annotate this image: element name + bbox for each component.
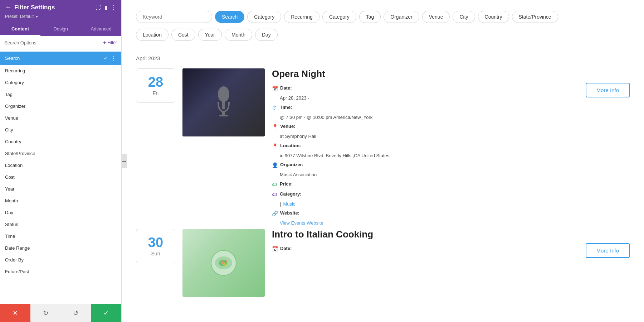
layout-icon[interactable]: ▮ [104,4,107,11]
preset-value[interactable]: Default [20,14,34,19]
sidebar-item-status[interactable]: Status [0,218,121,230]
tab-design[interactable]: Design [40,23,81,36]
pill-category-1[interactable]: Category [247,11,281,23]
search-options-input[interactable] [4,40,100,45]
pill-location[interactable]: Location [136,29,169,41]
sidebar-item-search[interactable]: Search ✓ ⋮ [0,52,121,65]
sidebar-item-recurring[interactable]: Recurring [0,65,121,77]
pill-organizer[interactable]: Organizer [384,11,419,23]
detail-category-row: 🏷 Category: [272,191,579,198]
pill-country[interactable]: Country [478,11,509,23]
date-label-2: Date: [280,245,292,252]
detail-location-row: 📍 Location: [272,142,579,150]
more-info-button-opera[interactable]: More Info [586,83,630,97]
item-options-icon[interactable]: ⋮ [111,55,116,62]
svg-point-0 [218,86,229,102]
redo-button[interactable]: ↺ [61,304,91,322]
detail-price-row: 🏷 Price: [272,181,579,188]
back-arrow-icon[interactable]: ← [5,4,11,11]
detail-venue-row: 📍 Venue: [272,123,579,131]
calendar-icon-2: 📅 [272,245,278,253]
tab-advanced[interactable]: Advanced [81,23,121,36]
food-plate-icon [209,249,238,277]
preset-label: Preset: [5,14,19,19]
more-options-icon[interactable]: ⋮ [111,4,116,11]
sidebar-item-label: Year [5,186,14,192]
tab-content[interactable]: Content [0,23,40,36]
calendar-icon: 📅 [272,85,278,92]
category-link[interactable]: Music [283,201,295,208]
clock-icon: ⏱ [272,104,278,112]
more-info-button-italian[interactable]: More Info [586,243,630,258]
pill-month[interactable]: Month [225,29,252,41]
filter-pills-row2: Location Cost Year Month Day [136,29,630,41]
location-pin-icon: 📍 [272,143,278,150]
sidebar-item-future-past[interactable]: Future/Past [0,266,121,278]
detail-date-value-row: Apr 28, 2023 - [272,95,579,102]
pill-category-2[interactable]: Category [322,11,356,23]
date-value: Apr 28, 2023 - [280,95,309,102]
pill-city[interactable]: City [453,11,475,23]
keyword-input[interactable] [136,11,212,23]
sidebar-footer: ✕ ↻ ↺ ✓ [0,304,121,322]
pill-tag[interactable]: Tag [359,11,381,23]
sidebar-item-day[interactable]: Day [0,207,121,218]
sidebar-item-category[interactable]: Category [0,77,121,88]
microphone-icon [213,86,234,119]
svg-rect-1 [222,102,225,109]
website-link[interactable]: View Events Website [280,220,323,227]
plus-icon: + [103,40,106,45]
sidebar-item-date-range[interactable]: Date Range [0,242,121,254]
pill-day[interactable]: Day [255,29,278,41]
venue-value: at Symphony Hall [280,133,316,140]
venue-label: Venue: [280,123,296,130]
event-date-day-2: Sun [140,251,171,256]
check-icon: ✓ [104,56,108,61]
save-button[interactable]: ✓ [91,304,121,322]
detail-website-row: 🔗 Website: [272,210,579,217]
sidebar-item-city[interactable]: City [0,124,121,136]
sidebar-item-label: Status [5,222,18,227]
detail-time-value-row: @ 7:30 pm - @ 10:00 pm America/New_York [272,114,579,121]
sidebar-item-order-by[interactable]: Order By [0,254,121,266]
sidebar-toggle-handle[interactable]: ↔ [121,154,127,168]
pill-state-province[interactable]: State/Province [512,11,558,23]
sidebar-item-organizer[interactable]: Organizer [0,100,121,112]
maximize-icon[interactable]: ⛶ [96,4,101,10]
event-image-food[interactable] [182,229,265,297]
cancel-button[interactable]: ✕ [0,304,30,322]
pill-year[interactable]: Year [198,29,222,41]
pill-search[interactable]: Search [215,11,244,23]
event-image-opera[interactable] [182,68,265,136]
event-card-italian-cooking: 30 Sun Intro to Italian Cooking 📅 Date: [136,229,630,297]
event-title-2: Intro to Italian Cooking [272,229,579,240]
sidebar-items-list: Search ✓ ⋮ Recurring Category Tag Organi… [0,49,121,304]
sidebar-item-label: Order By [5,257,24,263]
pill-venue[interactable]: Venue [422,11,450,23]
sidebar-item-cost[interactable]: Cost [0,171,121,183]
sidebar-item-label: Tag [5,92,13,97]
sidebar-item-label: Cost [5,174,15,180]
sidebar-item-label: Recurring [5,68,25,73]
sidebar-item-label: City [5,127,13,133]
sidebar-item-state-province[interactable]: State/Province [0,148,121,159]
pill-cost[interactable]: Cost [171,29,195,41]
sidebar-item-year[interactable]: Year [0,183,121,195]
sidebar-item-tag[interactable]: Tag [0,88,121,100]
sidebar-item-month[interactable]: Month [0,195,121,207]
sidebar-item-label: Location [5,163,23,168]
pill-recurring[interactable]: Recurring [284,11,319,23]
detail-date-row-2: 📅 Date: [272,245,579,253]
sidebar-item-location[interactable]: Location [0,159,121,171]
sidebar-item-label: Time [5,234,15,239]
preset-dropdown-icon[interactable]: ▼ [35,15,39,19]
sidebar-title: Filter Settings [14,4,93,11]
sidebar-item-venue[interactable]: Venue [0,112,121,124]
location-value: in 9077 Wilshire Blvd, Beverly Hills ,CA… [280,152,391,159]
reset-button[interactable]: ↻ [30,304,61,322]
event-date-number-2: 30 [140,236,171,249]
event-details-italian: Intro to Italian Cooking 📅 Date: [272,229,579,255]
add-filter-button[interactable]: + Filter [103,40,117,45]
sidebar-item-country[interactable]: Country [0,136,121,148]
sidebar-item-time[interactable]: Time [0,230,121,242]
